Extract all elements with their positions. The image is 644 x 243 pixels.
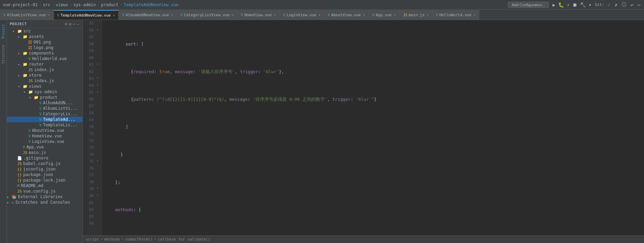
fold-63[interactable]: ▾ (97, 75, 102, 82)
more-icon[interactable]: ⋯ (637, 1, 641, 8)
tab-aboutview[interactable]: V AboutView.vue × (324, 10, 369, 20)
tree-store-index[interactable]: JS index.js (7, 78, 82, 84)
tab-appvue[interactable]: V App.vue × (369, 10, 400, 20)
debug-icon[interactable]: 🐛 (557, 1, 565, 8)
tree-templateadd[interactable]: V TemplateAd... (7, 117, 82, 122)
fold-65[interactable]: ▾ (97, 89, 102, 96)
tab-homeview-close[interactable]: × (274, 13, 276, 17)
js-icon: JS (17, 189, 22, 194)
fold-61[interactable]: ▾ (97, 61, 102, 68)
tree-scratches[interactable]: ▸ ✏ Scratches and Consoles (7, 200, 82, 205)
tree-packagejson[interactable]: {} package.json (7, 172, 82, 177)
tab-loginview[interactable]: V LoginView.vue × (280, 10, 324, 20)
coverage-icon[interactable]: ⚡ (566, 1, 570, 8)
tab-helloworld[interactable]: V HelloWorld.vue × (433, 10, 480, 20)
bottom-breadcrumb-sep2: › (122, 237, 124, 242)
tree-label-scratches: Scratches and Consoles (16, 200, 70, 205)
sidebar-add-icon[interactable]: ⊕ (65, 21, 68, 27)
tab-aboutview-close[interactable]: × (363, 13, 365, 17)
tab-albumlistview[interactable]: V AlbumListView.vue × (0, 10, 54, 20)
tree-001png[interactable]: 🖼 001.png (7, 39, 82, 45)
tree-sysadmin[interactable]: ▾ 📁 sys-admin (7, 89, 82, 95)
tree-helloworld[interactable]: V HelloWorld.vue (7, 56, 82, 61)
tree-assets[interactable]: ▸ 📁 assets (7, 34, 82, 39)
tree-views[interactable]: ▾ 📁 views (7, 84, 82, 89)
sidebar-settings-icon[interactable]: ⚙ (69, 21, 72, 27)
editor-area: 55 56 57 58 59 60 61 62 63 64 65 66 67 6… (83, 20, 644, 243)
folder-icon: 📁 (34, 95, 39, 100)
tree-router-index[interactable]: JS index.js (7, 67, 82, 72)
tree-categorylistv[interactable]: V CategoryLis... (7, 111, 82, 117)
tabs-bar: V AlbumListView.vue × V TemplateAddNewVi… (0, 10, 644, 20)
tree-store[interactable]: ▸ 📁 store (7, 72, 82, 78)
tree-vueconfig[interactable]: JS vue.config.js (7, 188, 82, 194)
add-configuration-button[interactable]: Add Configuration... (508, 2, 549, 8)
tree-readme[interactable]: M README.md (7, 183, 82, 188)
tree-appvue[interactable]: V App.vue (7, 144, 82, 150)
tab-albumaddnewview[interactable]: V AlbumAddNewView.vue × (119, 10, 177, 20)
tree-logopng[interactable]: 🖼 logo.png (7, 45, 82, 50)
code-editor[interactable]: 55 56 57 58 59 60 61 62 63 64 65 66 67 6… (83, 20, 644, 235)
folder-icon: 📁 (23, 62, 28, 67)
main-layout: Project Structure Project ⊕ ⚙ ⋯ — ▾ 📁 sr… (0, 20, 644, 243)
tree-albumlistv[interactable]: V AlbumListVi... (7, 106, 82, 111)
tab-mainjs-close[interactable]: × (427, 13, 429, 17)
tab-homeview[interactable]: V HomeView.vue × (238, 10, 280, 20)
build-icon[interactable]: 🔨 (579, 1, 586, 8)
fold-75[interactable]: ▾ (97, 158, 102, 165)
git-checkmark-icon[interactable]: ✓ (607, 1, 611, 8)
line-num-72: 72 (83, 137, 94, 144)
tree-router[interactable]: ▸ 📁 router (7, 61, 82, 67)
tree-src[interactable]: ▾ 📁 src (7, 28, 82, 34)
tab-loginview-close[interactable]: × (319, 13, 321, 17)
tree-aboutview[interactable]: V AboutView.vue (7, 128, 82, 133)
code-line-59: } (105, 151, 641, 158)
tab-albumlistview-close[interactable]: × (48, 13, 50, 17)
sidebar-more-icon[interactable]: ⋯ (73, 21, 76, 27)
sidebar-collapse-icon[interactable]: — (77, 21, 80, 27)
structure-panel-tab[interactable]: Structure (1, 42, 6, 66)
line-num-66: 66 (83, 96, 94, 103)
tree-mainjs[interactable]: JS main.js (7, 150, 82, 155)
tree-gitignore[interactable]: 📄 .gitignore (7, 155, 82, 161)
sidebar-header: Project ⊕ ⚙ ⋯ — (7, 20, 82, 28)
tab-mainjs[interactable]: JS main.js × (400, 10, 432, 20)
fold-64[interactable]: ▾ (97, 82, 102, 89)
fold-79[interactable]: ▾ (97, 186, 102, 193)
fold-55[interactable]: ▾ (97, 27, 102, 34)
project-panel-tab[interactable]: Project (1, 21, 6, 41)
tab-categorylistview-close[interactable]: × (232, 13, 234, 17)
dropdown-icon[interactable]: ▾ (588, 1, 592, 8)
toolbar-icons: ▶ 🐛 ⚡ ⏹ 🔨 ▾ (552, 1, 592, 8)
tree-label-templatelist: TemplateLis... (43, 123, 78, 127)
code-content[interactable]: sort: [ {required: true, message: '请输入排序… (102, 20, 644, 235)
run-icon[interactable]: ▶ (552, 1, 556, 8)
vue-icon: V (283, 13, 285, 17)
tree-albumaddnew[interactable]: V AlbumAddN... (7, 100, 82, 106)
git-info-icon[interactable]: ⓘ (621, 1, 627, 9)
tree-components[interactable]: ▸ 📁 components (7, 50, 82, 56)
top-bar-right: Add Configuration... ▶ 🐛 ⚡ ⏹ 🔨 ▾ Git: ✓ … (508, 1, 641, 9)
tree-homeview[interactable]: V HomeView.vue (7, 133, 82, 139)
tree-product[interactable]: ▾ 📁 product (7, 95, 82, 100)
tree-packagelock[interactable]: {} package-lock.json (7, 177, 82, 183)
tab-albumaddnewview-close[interactable]: × (171, 13, 173, 17)
tab-helloworld-close[interactable]: × (473, 13, 475, 17)
tree-loginview[interactable]: V LoginView.vue (7, 139, 82, 144)
git-x-icon[interactable]: ✗ (614, 1, 618, 8)
tree-jsconfig[interactable]: {} jsconfig.json (7, 166, 82, 172)
tree-arrow-router: ▸ (18, 62, 23, 66)
tree-externallibs[interactable]: ▸ 📚 External Libraries (7, 194, 82, 200)
tree-babelconfig[interactable]: JS babel.config.js (7, 161, 82, 166)
tree-label-product: product (40, 95, 58, 100)
tree-templatelist[interactable]: V TemplateLis... (7, 122, 82, 128)
tab-categorylistview[interactable]: V CategoryListView.vue × (177, 10, 238, 20)
git-revert-icon[interactable]: ↩ (630, 1, 634, 8)
tab-appvue-close[interactable]: × (394, 13, 396, 17)
tab-albumlistview-label: AlbumListView.vue (7, 13, 46, 17)
tree-label-gitignore: .gitignore (23, 156, 48, 161)
stop-icon[interactable]: ⏹ (572, 1, 578, 8)
tab-templateaddnewview-close[interactable]: × (113, 13, 115, 17)
tab-templateaddnewview[interactable]: V TemplateAddNewView.vue × (54, 10, 119, 20)
fold-80[interactable]: ▾ (97, 193, 102, 200)
